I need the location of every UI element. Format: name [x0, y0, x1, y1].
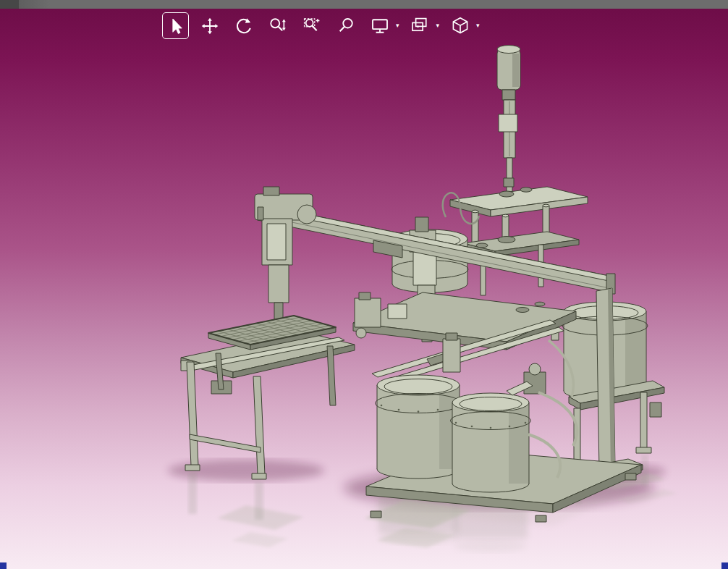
magnifier-area-icon: [301, 15, 323, 37]
zoom-area-button[interactable]: [298, 12, 325, 39]
appearance-group: ▾: [407, 12, 440, 39]
display-mode-group: ▾: [366, 12, 399, 39]
pan-tool-button[interactable]: [196, 12, 223, 39]
left-slide-arm[interactable]: [255, 187, 316, 321]
rotate-tool-button[interactable]: [230, 12, 257, 39]
zoom-in-out-button[interactable]: [264, 12, 291, 39]
view-orientation-button[interactable]: [446, 12, 473, 39]
3d-viewport[interactable]: [0, 0, 728, 569]
window-top-bar: [0, 0, 728, 9]
bottom-right-corner-handle[interactable]: [721, 562, 728, 569]
view-orientation-dropdown-caret[interactable]: ▾: [476, 22, 480, 29]
view-toolbar: ▾ ▾ ▾: [162, 12, 480, 39]
vertical-actuator[interactable]: [497, 46, 520, 195]
bowl-feeder-front-right[interactable]: [451, 382, 533, 492]
rotate-arrows-icon: [233, 15, 255, 37]
bottom-left-corner-handle[interactable]: [0, 562, 7, 569]
magnifier-updown-icon: [267, 15, 289, 37]
display-mode-dropdown-caret[interactable]: ▾: [396, 22, 399, 29]
cursor-arrow-icon: [165, 15, 187, 37]
view-orientation-group: ▾: [446, 12, 480, 39]
machine-model[interactable]: [181, 46, 664, 523]
select-tool-button[interactable]: [162, 12, 189, 39]
appearance-dropdown-caret[interactable]: ▾: [436, 22, 440, 29]
cube-icon: [449, 15, 471, 37]
panels-icon: [409, 15, 431, 37]
monitor-icon: [369, 15, 391, 37]
cad-application-window: ▾ ▾ ▾: [0, 0, 728, 569]
parts-tray-table[interactable]: [181, 316, 355, 479]
pan-arrows-icon: [199, 15, 221, 37]
bowl-feeder-front-left[interactable]: [376, 375, 462, 479]
display-mode-button[interactable]: [366, 12, 393, 39]
zoom-fit-button[interactable]: [332, 12, 359, 39]
window-top-bar-accent: [0, 0, 19, 9]
magnifier-icon: [335, 15, 357, 37]
appearance-button[interactable]: [407, 12, 433, 39]
